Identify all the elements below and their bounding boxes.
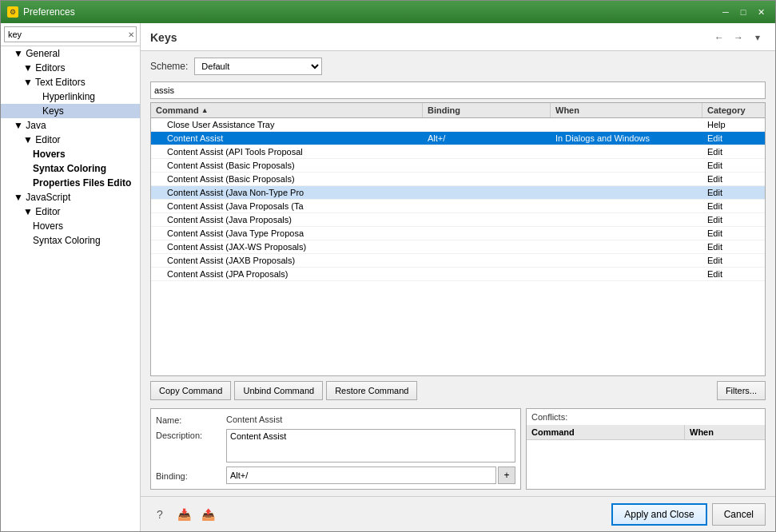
minimize-button[interactable]: ─ [718,5,734,19]
scheme-label: Scheme: [150,61,188,72]
lower-section: Name: Content Assist Description: Conten… [150,408,766,490]
search-input-wrapper: ✕ [4,26,137,42]
sidebar-item-java-editor[interactable]: ▼ Editor [1,133,140,147]
filter-input[interactable] [150,81,766,99]
sidebar-item-keys[interactable]: Keys [1,104,140,118]
sidebar-item-java[interactable]: ▼ Java [1,118,140,133]
keys-content: Scheme: Default Emacs Command ▲ [141,51,775,496]
window-title: Preferences [23,6,75,18]
th-category[interactable]: Category [702,103,765,117]
th-when[interactable]: When [551,103,702,117]
close-button[interactable]: ✕ [753,5,769,19]
table-row[interactable]: Close User Assistance Tray Help [151,118,765,132]
keys-title: Keys [150,31,177,44]
bottom-right: Apply and Close Cancel [611,503,766,526]
th-command[interactable]: Command ▲ [151,103,423,117]
conflicts-section: Conflicts: Command When [526,408,766,490]
right-panel: Keys ← → ▾ Scheme: Default Emacs [141,23,775,531]
back-icon[interactable]: ← [711,30,727,46]
table-row[interactable]: Content Assist Alt+/ In Dialogs and Wind… [151,132,765,145]
sidebar-item-general[interactable]: ▼ General [1,46,140,61]
table-row[interactable]: Content Assist (Java Proposals) Edit [151,213,765,227]
search-input[interactable] [4,26,137,42]
unbind-command-button[interactable]: Unbind Command [234,381,323,400]
binding-label: Binding: [156,470,220,481]
main-content: ✕ ▼ General ▼ Editors ▼ Text Editors Hyp… [1,23,775,531]
filters-button[interactable]: Filters... [717,381,766,400]
table-row[interactable]: Content Assist (API Tools Proposal Edit [151,145,765,159]
table-row[interactable]: Content Assist (Java Proposals (Ta Edit [151,200,765,213]
table-body: Close User Assistance Tray Help Content … [151,118,765,375]
description-label: Description: [156,429,220,440]
sidebar-item-js-syntax-coloring[interactable]: Syntax Coloring [1,233,140,248]
search-clear-icon[interactable]: ✕ [128,30,134,39]
menu-icon[interactable]: ▾ [750,30,766,46]
bottom-left: ? 📥 📤 [150,505,217,524]
export-icon-button[interactable]: 📤 [198,505,217,524]
table-row[interactable]: Content Assist (Basic Proposals) Edit [151,173,765,186]
left-details: Name: Content Assist Description: Conten… [150,408,521,490]
sidebar-item-text-editors[interactable]: ▼ Text Editors [1,75,140,89]
apply-close-button[interactable]: Apply and Close [611,503,706,526]
table-row[interactable]: Content Assist (JAXB Proposals) Edit [151,254,765,268]
title-bar-left: ⚙ Preferences [7,6,75,18]
scheme-select[interactable]: Default Emacs [194,58,322,75]
header-icons: ← → ▾ [711,30,766,46]
forward-icon[interactable]: → [730,30,746,46]
import-icon-button[interactable]: 📥 [174,505,193,524]
preferences-window: ⚙ Preferences ─ □ ✕ ✕ ▼ General ▼ Editor… [0,0,776,532]
sidebar: ✕ ▼ General ▼ Editors ▼ Text Editors Hyp… [1,23,141,531]
conflicts-table-header: Command When [527,425,765,440]
description-textarea[interactable]: Content Assist [226,429,515,463]
binding-input[interactable] [226,466,496,484]
conflicts-th-when: When [685,425,765,439]
conflicts-th-command: Command [527,425,685,439]
sidebar-item-editors[interactable]: ▼ Editors [1,61,140,75]
bottom-bar: ? 📥 📤 Apply and Close Cancel [141,496,775,531]
buttons-row: Copy Command Unbind Command Restore Comm… [150,376,766,405]
table-header: Command ▲ Binding When Category [151,103,765,118]
sidebar-item-hovers[interactable]: Hovers [1,147,140,161]
conflicts-body [527,440,765,489]
binding-plus-button[interactable]: + [498,466,515,484]
sidebar-item-properties-files[interactable]: Properties Files Edito [1,176,140,190]
scheme-row: Scheme: Default Emacs [150,58,766,75]
table-row[interactable]: Content Assist (Basic Proposals) Edit [151,159,765,173]
maximize-button[interactable]: □ [735,5,751,19]
name-label: Name: [156,414,220,425]
table-row[interactable]: Content Assist (Java Type Proposa Edit [151,227,765,240]
cancel-button[interactable]: Cancel [712,503,766,526]
conflicts-label: Conflicts: [527,409,765,425]
table-row[interactable]: Content Assist (JAX-WS Proposals) Edit [151,240,765,254]
sidebar-item-js-editor[interactable]: ▼ Editor [1,204,140,219]
title-bar: ⚙ Preferences ─ □ ✕ [1,1,775,23]
sidebar-item-js-hovers[interactable]: Hovers [1,219,140,233]
search-box: ✕ [1,23,140,46]
tree-area: ▼ General ▼ Editors ▼ Text Editors Hyper… [1,46,140,531]
app-icon: ⚙ [7,6,18,18]
copy-command-button[interactable]: Copy Command [150,381,231,400]
sidebar-item-hyperlinking[interactable]: Hyperlinking [1,89,140,104]
commands-table: Command ▲ Binding When Category [150,102,766,376]
sidebar-item-javascript[interactable]: ▼ JavaScript [1,190,140,204]
restore-command-button[interactable]: Restore Command [326,381,417,400]
table-row[interactable]: Content Assist (Java Non-Type Pro Edit [151,186,765,200]
name-value: Content Assist [226,415,282,424]
help-icon-button[interactable]: ? [150,505,169,524]
table-row[interactable]: Content Assist (JPA Proposals) Edit [151,268,765,281]
th-binding[interactable]: Binding [423,103,551,117]
sidebar-item-syntax-coloring[interactable]: Syntax Coloring [1,161,140,176]
title-controls: ─ □ ✕ [718,5,769,19]
keys-header: Keys ← → ▾ [141,23,775,51]
